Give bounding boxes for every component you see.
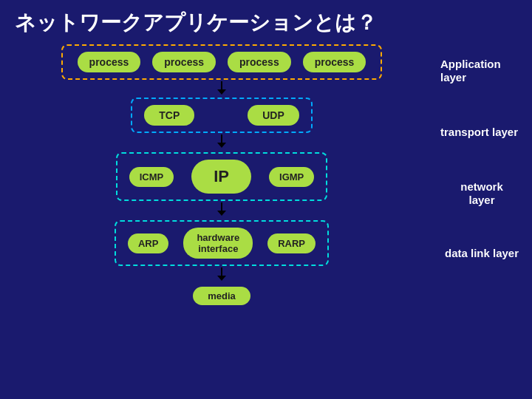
svg-marker-1 bbox=[217, 89, 226, 95]
rarp-node: RARP bbox=[267, 233, 316, 253]
arp-node: ARP bbox=[128, 233, 168, 253]
datalink-layer-box: ARP hardwareinterface RARP bbox=[115, 220, 329, 266]
network-label: networklayer bbox=[437, 180, 526, 207]
process-node-2: process bbox=[152, 52, 216, 72]
application-layer-row: process process process process bbox=[6, 44, 437, 80]
datalink-layer-row: ARP hardwareinterface RARP bbox=[6, 220, 437, 266]
network-layer-box: ICMP IP IGMP bbox=[116, 152, 328, 201]
process-node-3: process bbox=[228, 52, 291, 72]
arrow-transport-network bbox=[200, 134, 244, 148]
layer-labels: Application layer transport layer networ… bbox=[437, 43, 526, 305]
svg-marker-3 bbox=[217, 143, 226, 148]
arrow-datalink-media bbox=[200, 267, 244, 281]
page-title: ネットワークアプリケーションとは？ bbox=[0, 0, 532, 43]
tcp-node: TCP bbox=[144, 105, 194, 126]
igmp-node: IGMP bbox=[269, 167, 314, 187]
svg-marker-7 bbox=[217, 276, 226, 281]
transport-layer-row: TCP UDP bbox=[6, 98, 437, 133]
transport-label: transport layer bbox=[437, 126, 526, 139]
arrow-app-transport bbox=[200, 81, 244, 95]
arrow-network-datalink bbox=[200, 202, 244, 216]
media-node: media bbox=[193, 287, 250, 305]
udp-node: UDP bbox=[248, 105, 299, 126]
application-layer-box: process process process process bbox=[61, 44, 383, 80]
transport-layer-box: TCP UDP bbox=[131, 98, 313, 133]
hardware-interface-node: hardwareinterface bbox=[183, 228, 253, 259]
process-node-4: process bbox=[303, 52, 366, 72]
datalink-label: data link layer bbox=[437, 247, 526, 260]
network-layer-row: ICMP IP IGMP bbox=[6, 152, 437, 201]
application-label: Application layer bbox=[437, 58, 526, 84]
icmp-node: ICMP bbox=[129, 167, 174, 187]
svg-marker-5 bbox=[217, 211, 226, 216]
media-row: media bbox=[6, 287, 437, 305]
process-node-1: process bbox=[78, 52, 141, 72]
ip-node: IP bbox=[191, 160, 251, 194]
